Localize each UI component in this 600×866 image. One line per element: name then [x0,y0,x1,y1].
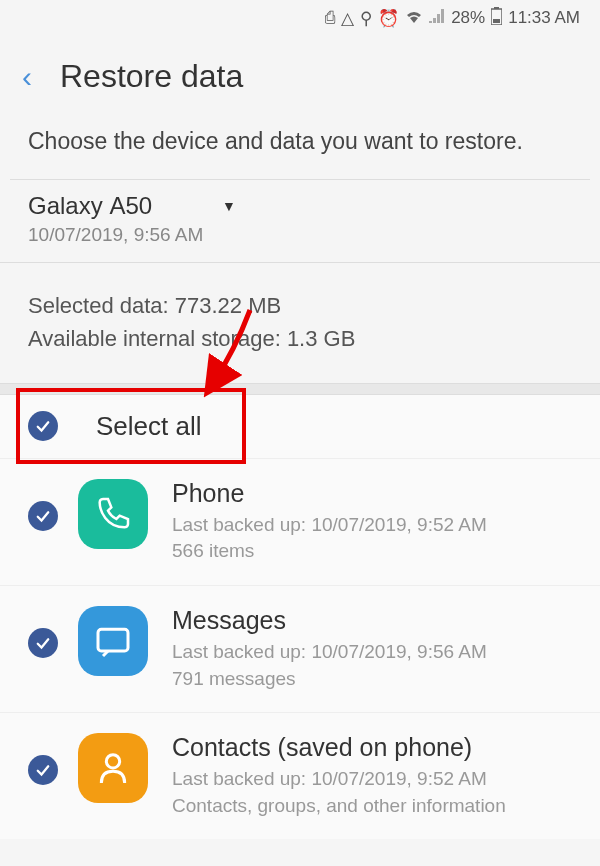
device-backup-date: 10/07/2019, 9:56 AM [28,224,572,246]
battery-icon [491,7,502,30]
item-backup-time: Last backed up: 10/07/2019, 9:52 AM [172,766,572,793]
item-title: Phone [172,479,572,508]
item-count: 791 messages [172,666,572,693]
item-count: Contacts, groups, and other information [172,793,572,820]
chevron-down-icon[interactable]: ▼ [222,198,236,214]
wifi-icon [405,8,423,28]
item-content: Messages Last backed up: 10/07/2019, 9:5… [172,606,572,692]
item-checkbox[interactable] [28,755,58,785]
battery-percent: 28% [451,8,485,28]
device-name: Galaxy A50 [28,192,152,220]
section-gap [0,383,600,395]
select-all-checkbox[interactable] [28,411,58,441]
item-backup-time: Last backed up: 10/07/2019, 9:52 AM [172,512,572,539]
available-storage: Available internal storage: 1.3 GB [28,322,572,355]
item-checkbox[interactable] [28,501,58,531]
item-content: Contacts (saved on phone) Last backed up… [172,733,572,819]
item-title: Contacts (saved on phone) [172,733,572,762]
selected-data: Selected data: 773.22 MB [28,289,572,322]
header: ‹ Restore data [0,36,600,127]
contacts-icon [78,733,148,803]
bluetooth-icon: ⚲ [360,8,372,29]
sync-icon: △ [341,8,354,29]
back-button[interactable]: ‹ [22,60,32,94]
status-icons: ⎙ △ ⚲ ⏰ 28% 11:33 AM [325,7,580,30]
item-content: Phone Last backed up: 10/07/2019, 9:52 A… [172,479,572,565]
item-backup-time: Last backed up: 10/07/2019, 9:56 AM [172,639,572,666]
select-all-row[interactable]: Select all [0,395,600,458]
svg-rect-3 [98,629,128,651]
svg-rect-2 [493,19,500,23]
list-item-phone[interactable]: Phone Last backed up: 10/07/2019, 9:52 A… [0,458,600,585]
data-items-list: Phone Last backed up: 10/07/2019, 9:52 A… [0,458,600,840]
item-title: Messages [172,606,572,635]
phone-icon [78,479,148,549]
item-checkbox[interactable] [28,628,58,658]
device-selector[interactable]: Galaxy A50 ▼ 10/07/2019, 9:56 AM [0,180,600,262]
data-info: Selected data: 773.22 MB Available inter… [0,262,600,383]
messages-icon [78,606,148,676]
clock-time: 11:33 AM [508,8,580,28]
status-bar: ⎙ △ ⚲ ⏰ 28% 11:33 AM [0,0,600,36]
list-item-messages[interactable]: Messages Last backed up: 10/07/2019, 9:5… [0,585,600,712]
printer-icon: ⎙ [325,8,335,28]
svg-point-4 [106,755,119,768]
page-title: Restore data [60,58,243,95]
select-all-label: Select all [96,411,202,442]
instruction-text: Choose the device and data you want to r… [0,127,600,179]
item-count: 566 items [172,538,572,565]
list-item-contacts[interactable]: Contacts (saved on phone) Last backed up… [0,712,600,839]
alarm-icon: ⏰ [378,8,399,29]
signal-icon [429,8,445,28]
